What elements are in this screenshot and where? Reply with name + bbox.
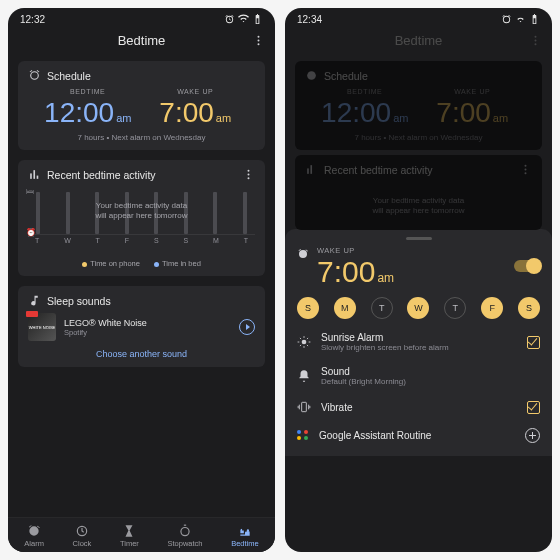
sound-row[interactable]: SoundDefault (Bright Morning) — [285, 359, 552, 393]
music-note-icon — [28, 294, 41, 307]
svg-point-13 — [535, 40, 537, 42]
schedule-card[interactable]: Schedule BEDTIME 12:00am WAKE UP 7:00am … — [18, 61, 265, 150]
track-name: LEGO® White Noise — [64, 318, 147, 328]
sleep-sounds-card: Sleep sounds WHITE NOISE LEGO® White Noi… — [18, 286, 265, 367]
svg-point-20 — [302, 340, 307, 345]
alarm-schedule-icon — [28, 69, 41, 82]
svg-rect-11 — [184, 525, 186, 526]
svg-point-7 — [248, 174, 250, 176]
bedtime-label: BEDTIME — [70, 88, 105, 95]
day-chip-5[interactable]: F — [481, 297, 503, 319]
wifi-icon — [238, 14, 249, 25]
activity-card: Recent bedtime activity 🛏 ⏰ Your bedtime… — [18, 160, 265, 276]
alarm-icon — [297, 248, 309, 260]
svg-point-2 — [258, 43, 260, 45]
app-bar: Bedtime — [8, 27, 275, 56]
bed-axis-icon: 🛏 — [26, 187, 34, 196]
svg-point-19 — [525, 172, 527, 174]
wake-up-time[interactable]: 7:00am — [317, 255, 394, 289]
status-time: 12:32 — [20, 14, 45, 25]
activity-chart: 🛏 ⏰ Your bedtime activity data will appe… — [28, 187, 255, 255]
play-button[interactable] — [239, 319, 255, 335]
status-icons — [501, 14, 540, 25]
vibrate-icon — [297, 400, 311, 414]
day-chip-1[interactable]: M — [334, 297, 356, 319]
status-time: 12:34 — [297, 14, 322, 25]
nav-stopwatch[interactable]: Stopwatch — [167, 524, 202, 548]
wake-label: WAKE UP — [177, 88, 213, 95]
activity-msg-1: Your bedtime activity data — [28, 201, 255, 211]
day-chip-0[interactable]: S — [297, 297, 319, 319]
svg-rect-15 — [307, 168, 309, 173]
svg-point-0 — [258, 36, 260, 38]
bottom-nav: Alarm Clock Timer Stopwatch Bedtime — [8, 517, 275, 552]
day-selector: SMTWTFS — [285, 289, 552, 325]
svg-point-17 — [525, 165, 527, 167]
sound-item[interactable]: WHITE NOISE LEGO® White Noise Spotify — [28, 313, 255, 341]
sounds-heading: Sleep sounds — [47, 295, 111, 307]
svg-point-6 — [248, 170, 250, 172]
status-icons — [224, 14, 263, 25]
phone-left: 12:32 Bedtime Schedule BEDTIME 12:00a — [8, 8, 275, 552]
day-chip-6[interactable]: S — [518, 297, 540, 319]
day-chip-3[interactable]: W — [407, 297, 429, 319]
page-title: Bedtime — [118, 33, 166, 48]
svg-rect-4 — [33, 170, 35, 179]
svg-point-18 — [525, 169, 527, 171]
schedule-heading: Schedule — [47, 70, 91, 82]
status-bar: 12:32 — [8, 8, 275, 27]
nav-clock[interactable]: Clock — [73, 524, 92, 548]
status-bar: 12:34 — [285, 8, 552, 27]
activity-msg-2: will appear here tomorrow — [28, 211, 255, 221]
overflow-button — [529, 33, 542, 51]
choose-sound-button[interactable]: Choose another sound — [28, 349, 255, 359]
battery-icon — [529, 14, 540, 25]
sunrise-icon — [297, 335, 311, 349]
app-bar: Bedtime — [285, 27, 552, 56]
bedtime-column[interactable]: BEDTIME 12:00am — [34, 84, 142, 129]
schedule-card-dimmed: Schedule BEDTIME12:00am WAKE UP7:00am 7 … — [295, 61, 542, 150]
activity-heading: Recent bedtime activity — [47, 169, 156, 181]
chart-day-labels: TW TF SS MT — [28, 235, 255, 244]
svg-point-14 — [535, 43, 537, 45]
alarm-toggle[interactable] — [514, 260, 540, 272]
svg-point-1 — [258, 40, 260, 42]
alarm-icon — [224, 14, 235, 25]
nav-timer[interactable]: Timer — [120, 524, 139, 548]
album-art: WHITE NOISE — [28, 313, 56, 341]
bar-chart-icon — [28, 168, 41, 181]
svg-point-8 — [248, 177, 250, 179]
wake-up-label: WAKE UP — [317, 246, 394, 255]
assistant-routine-row[interactable]: Google Assistant Routine — [285, 421, 552, 450]
sunrise-alarm-row[interactable]: Sunrise AlarmSlowly brighten screen befo… — [285, 325, 552, 359]
sheet-handle[interactable] — [406, 237, 432, 240]
nav-alarm[interactable]: Alarm — [24, 524, 44, 548]
activity-card-dimmed: Recent bedtime activity Your bedtime act… — [295, 155, 542, 230]
svg-rect-3 — [30, 173, 32, 178]
wake-column[interactable]: WAKE UP 7:00am — [142, 84, 250, 129]
activity-overflow-button[interactable] — [242, 168, 255, 183]
vibrate-checkbox[interactable] — [527, 401, 540, 414]
alarm-icon — [501, 14, 512, 25]
sunrise-checkbox[interactable] — [527, 336, 540, 349]
day-chip-2[interactable]: T — [371, 297, 393, 319]
alarm-axis-icon: ⏰ — [26, 228, 36, 237]
assistant-icon — [297, 430, 309, 442]
battery-icon — [252, 14, 263, 25]
svg-rect-16 — [310, 165, 312, 174]
phone-right: 12:34 Bedtime Schedule BEDTIME12:00am WA… — [285, 8, 552, 552]
bedtime-ampm: am — [116, 112, 131, 124]
svg-point-12 — [535, 36, 537, 38]
svg-point-10 — [181, 528, 189, 536]
nav-bedtime[interactable]: Bedtime — [231, 524, 259, 548]
wake-value: 7:00 — [159, 97, 214, 129]
day-chip-4[interactable]: T — [444, 297, 466, 319]
add-routine-button[interactable] — [525, 428, 540, 443]
bell-icon — [297, 369, 311, 383]
overflow-button[interactable] — [252, 33, 265, 51]
wifi-icon — [515, 14, 526, 25]
wake-ampm: am — [216, 112, 231, 124]
schedule-footer: 7 hours • Next alarm on Wednesday — [28, 133, 255, 142]
vibrate-row[interactable]: Vibrate — [285, 393, 552, 421]
bedtime-value: 12:00 — [44, 97, 114, 129]
